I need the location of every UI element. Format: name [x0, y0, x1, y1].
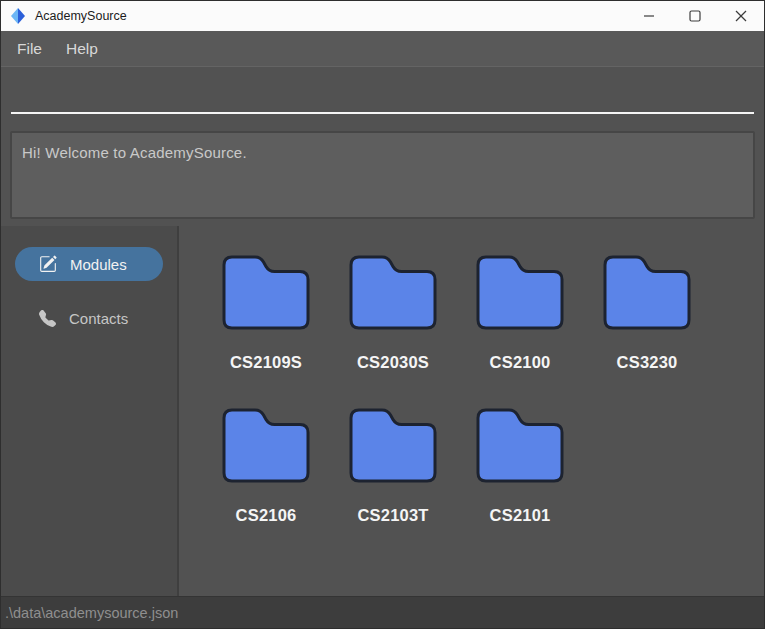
module-folder[interactable]: CS2030S	[348, 254, 475, 372]
app-window: AcademySource File Help Hi! Welcome to A…	[0, 0, 765, 629]
folder-icon	[475, 254, 565, 331]
save-location-path: .\data\academysource.json	[5, 605, 178, 621]
result-display: Hi! Welcome to AcademySource.	[10, 131, 755, 219]
module-folder[interactable]: CS2101	[475, 407, 602, 525]
statusbar: .\data\academysource.json	[1, 596, 764, 628]
folder-icon	[475, 407, 565, 484]
sidebar-item-contacts[interactable]: Contacts	[15, 301, 163, 335]
module-folder[interactable]: CS2109S	[221, 254, 348, 372]
window-controls	[626, 1, 764, 31]
sidebar-item-label: Contacts	[69, 310, 128, 327]
module-folder-label: CS2109S	[221, 353, 311, 372]
command-pane	[1, 67, 764, 123]
module-folder-label: CS2103T	[348, 506, 438, 525]
sidebar-item-modules[interactable]: Modules	[15, 247, 163, 281]
phone-icon	[39, 310, 56, 327]
menu-help[interactable]: Help	[56, 31, 108, 66]
sidebar: Modules Contacts	[1, 226, 179, 596]
module-folder-label: CS3230	[602, 353, 692, 372]
result-message: Hi! Welcome to AcademySource.	[22, 144, 743, 161]
minimize-button[interactable]	[626, 1, 672, 31]
titlebar: AcademySource	[1, 1, 764, 31]
maximize-icon	[689, 10, 701, 22]
folder-icon	[348, 407, 438, 484]
module-folder[interactable]: CS2100	[475, 254, 602, 372]
minimize-icon	[643, 10, 655, 22]
menu-file[interactable]: File	[7, 31, 52, 66]
module-folder-label: CS2030S	[348, 353, 438, 372]
module-folder[interactable]: CS3230	[602, 254, 729, 372]
main-content: Modules Contacts CS2109S CS2030S	[1, 226, 764, 596]
journal-pencil-icon	[39, 255, 57, 273]
modules-folder-grid: CS2109S CS2030S CS2100 CS3230 CS2106 CS2	[179, 226, 764, 596]
maximize-button[interactable]	[672, 1, 718, 31]
folder-icon	[348, 254, 438, 331]
module-folder-label: CS2106	[221, 506, 311, 525]
module-folder[interactable]: CS2106	[221, 407, 348, 525]
window-title: AcademySource	[35, 9, 127, 23]
module-folder[interactable]: CS2103T	[348, 407, 475, 525]
command-input[interactable]	[11, 81, 754, 114]
folder-icon	[602, 254, 692, 331]
app-logo-icon	[10, 7, 26, 25]
menubar: File Help	[1, 31, 764, 67]
sidebar-item-label: Modules	[70, 256, 127, 273]
module-folder-label: CS2101	[475, 506, 565, 525]
result-pane: Hi! Welcome to AcademySource.	[1, 123, 764, 226]
folder-icon	[221, 407, 311, 484]
close-icon	[735, 10, 747, 22]
close-button[interactable]	[718, 1, 764, 31]
module-folder-label: CS2100	[475, 353, 565, 372]
folder-icon	[221, 254, 311, 331]
